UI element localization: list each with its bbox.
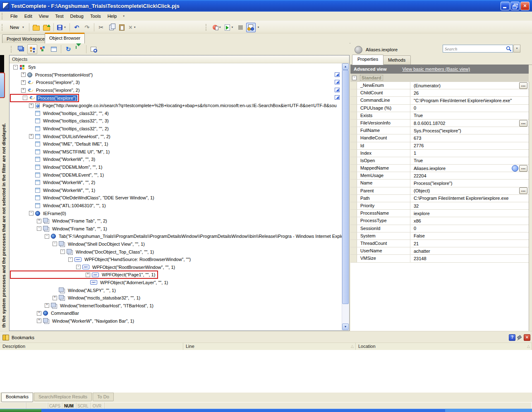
property-row[interactable]: Index 1 … <box>350 150 529 157</box>
column-header[interactable]: Location △ <box>356 343 532 350</box>
tree-toggle[interactable]: - <box>68 257 73 262</box>
search-icon[interactable] <box>506 46 512 52</box>
new-button[interactable]: New▼ <box>7 23 27 32</box>
property-row[interactable]: Parent (Object) … <box>350 187 529 195</box>
tree-row[interactable]: WPFObject("AdornerLayer", "", 1) <box>10 279 342 287</box>
paste-button[interactable] <box>117 23 127 32</box>
scroll-up-button[interactable]: ▲ <box>342 63 349 70</box>
view-mode-button[interactable] <box>17 44 26 54</box>
tree-row[interactable]: + Process("iexplore", 2) <box>10 86 342 94</box>
panel-help-button[interactable]: ? <box>509 334 515 341</box>
new-dropdown-icon[interactable]: ▼ <box>22 26 24 29</box>
tree-node-label[interactable]: Window("tooltips_class32", "", 2) <box>42 126 110 132</box>
workspace-tab[interactable]: Project Workspace <box>2 34 49 43</box>
tree-row[interactable]: Window("DDEMLEvent", "", 1) <box>10 171 342 179</box>
tree-row[interactable]: + Window("msctls_statusbar32", "", 1) <box>10 294 342 302</box>
tree-toggle[interactable]: - <box>60 249 65 254</box>
bottom-panel-tab[interactable]: Bookmarks <box>1 393 33 402</box>
tree-row[interactable]: Window("WorkerW", "", 1) <box>10 187 342 194</box>
menu-item[interactable]: Tools <box>87 13 104 19</box>
tree-row[interactable]: - Window("Frame Tab", "", 1) <box>10 225 342 232</box>
tree-toggle[interactable]: - <box>45 234 49 239</box>
tree-node-label[interactable]: Page("http://www.google.co.in/search?q=t… <box>41 103 338 108</box>
toolbar-grip[interactable] <box>11 46 14 53</box>
column-header[interactable]: Description △ <box>0 343 183 350</box>
inspector-tab[interactable]: Methods <box>383 55 411 65</box>
tree-toggle[interactable]: - <box>76 265 81 269</box>
tree-row[interactable]: Window("WorkerW", "", 3) <box>10 156 342 163</box>
tree-node-label[interactable]: Process("PresentationHost") <box>34 72 94 78</box>
tree-toggle[interactable]: - <box>37 226 41 231</box>
bottom-panel-tab[interactable]: Search/Replace Results <box>34 393 92 401</box>
menu-item[interactable]: Test <box>52 13 67 19</box>
tree-row[interactable]: + Window("InternetToolbarHost", "ITBarHo… <box>10 302 342 309</box>
tree-node-label[interactable]: Window("DDEMLEvent", "", 1) <box>42 172 105 178</box>
tree-row[interactable]: + Window("WorkerW", "Navigation Bar", 1) <box>10 317 342 325</box>
tree-row[interactable]: - WPFObject("RootBrowserWindow", "", 1) <box>10 263 342 271</box>
tree-node-label[interactable]: Window("ATL:10046310", "", 1) <box>42 203 107 208</box>
tree-node-label[interactable]: Sys <box>27 64 37 70</box>
column-header[interactable]: Line △ <box>183 343 356 350</box>
property-row[interactable]: ChildCount 26 … <box>350 89 529 97</box>
tree-toggle[interactable]: - <box>29 211 34 216</box>
tree-node-label[interactable]: Process("iexplore", 3) <box>35 79 81 85</box>
ellipsis-button[interactable]: … <box>519 82 527 89</box>
record-test-button[interactable]: ▼ <box>211 23 223 32</box>
tree-row[interactable]: Window("DDEMLMom", "", 1) <box>10 163 342 171</box>
filter-button[interactable] <box>74 44 84 54</box>
copy-button[interactable] <box>107 23 116 32</box>
tree-row[interactable]: - WPFObject("HwndSource: RootBrowserWind… <box>10 256 342 263</box>
delete-button[interactable]: ×▼ <box>127 23 137 32</box>
basic-view-link[interactable]: View basic members (Basic view) <box>402 67 470 72</box>
tree-row[interactable]: + WPFObject("Page1", "", 1) <box>10 271 342 279</box>
run-dropdown-icon[interactable]: ▼ <box>231 26 234 29</box>
property-row[interactable]: CommandLine "C:\Program Files\Internet E… <box>350 97 529 104</box>
minimize-button[interactable] <box>501 2 510 10</box>
tree-node-label[interactable]: Window("msctls_statusbar32", "", 1) <box>67 295 141 301</box>
tree-row[interactable]: Window("ALSPY", "", 1) <box>10 286 342 294</box>
tree-node-label[interactable]: CommandBar <box>50 310 80 316</box>
tree-toggle[interactable]: + <box>37 311 41 316</box>
group-toggle[interactable]: - <box>352 76 357 80</box>
find-object-button[interactable] <box>89 44 98 54</box>
property-row[interactable]: IsOpen True … <box>350 157 529 165</box>
property-row[interactable]: ProcessType x86 … <box>350 217 529 225</box>
property-row[interactable]: System False … <box>350 232 529 240</box>
property-row[interactable]: MemUsage 22204 … <box>350 172 529 180</box>
delete-dropdown-icon[interactable]: ▼ <box>134 26 136 29</box>
tree-node-label[interactable]: Window("WorkerW", "", 2) <box>42 180 96 185</box>
show-processes-button[interactable] <box>27 44 37 54</box>
tree-toggle[interactable]: + <box>29 134 34 139</box>
tree-row[interactable]: Window("IME", "Default IME", 1) <box>10 140 342 148</box>
property-row[interactable]: MappedName Aliases.iexplore … <box>350 165 529 172</box>
property-row[interactable]: FileVersionInfo 8.0.6001.18702 … <box>350 120 529 127</box>
scroll-down-button[interactable]: ▼ <box>342 323 349 330</box>
property-row[interactable]: Name Process("iexplore") … <box>350 180 529 187</box>
property-row[interactable]: Priority 32 … <box>350 202 529 210</box>
tree-row[interactable]: Window("WorkerW", "", 2) <box>10 179 342 187</box>
menu-item[interactable]: Edit <box>21 13 36 19</box>
tree-toggle[interactable]: + <box>21 88 26 93</box>
tree-toggle[interactable]: - <box>13 65 18 69</box>
undo-button[interactable]: ↶ <box>72 23 81 32</box>
property-row[interactable]: Path C:\Program Files\Internet Explorer\… <box>350 195 529 202</box>
save-dropdown-icon[interactable]: ▼ <box>64 26 66 29</box>
cut-button[interactable]: ✂ <box>96 23 106 32</box>
property-row[interactable]: ThreadCount 21 … <box>350 240 529 247</box>
tree-node-label[interactable]: Window("Shell DocObject View", "", 1) <box>67 241 146 247</box>
tree-toggle[interactable]: + <box>37 319 41 323</box>
tree-node-label[interactable]: Window("tooltips_class32", "", 4) <box>42 110 110 116</box>
tree-toggle[interactable]: - <box>53 242 57 246</box>
open-project-button[interactable] <box>31 23 41 32</box>
tree-node-label[interactable]: Window("MSCTFIME UI", "M", 1) <box>42 149 111 155</box>
tree-node-label[interactable]: Window("DDEMLMom", "", 1) <box>42 164 103 170</box>
tree-toggle[interactable]: + <box>45 303 49 308</box>
ellipsis-button[interactable]: … <box>519 165 527 172</box>
dock-view-button[interactable] <box>49 44 59 54</box>
property-row[interactable]: VMSize 23148 … <box>350 255 529 262</box>
tree-row[interactable]: Window("MSCTFIME UI", "M", 1) <box>10 148 342 156</box>
property-row[interactable]: Id 2776 … <box>350 142 529 150</box>
workspace-tab[interactable]: Object Browser <box>45 33 85 43</box>
highlight-object-button[interactable] <box>512 165 518 172</box>
tree-node-label[interactable]: Process("iexplore", 2) <box>35 87 81 93</box>
